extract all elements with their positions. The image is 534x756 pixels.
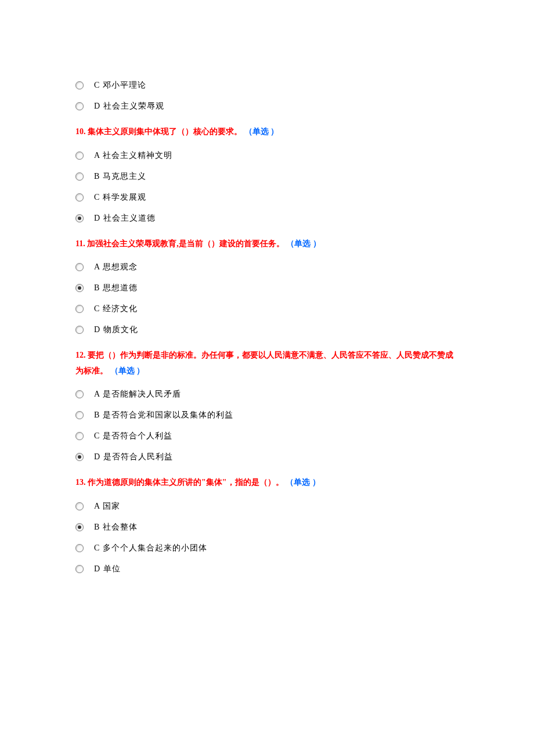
radio-icon[interactable]	[75, 411, 84, 419]
option-text: D 物质文化	[94, 325, 138, 335]
option-row: C 科学发展观	[75, 192, 459, 203]
question-number: 13.	[75, 478, 86, 487]
option-row: B 是否符合党和国家以及集体的利益	[75, 410, 459, 420]
option-row: A 社会主义精神文明	[75, 150, 459, 161]
option-text: A 思想观念	[94, 262, 138, 272]
option-row: D 是否符合人民利益	[75, 452, 459, 462]
radio-icon[interactable]	[75, 81, 84, 89]
radio-icon[interactable]	[75, 544, 84, 552]
option-text: A 国家	[94, 501, 120, 512]
option-row: C 经济文化	[75, 304, 459, 314]
option-row: D 物质文化	[75, 325, 459, 335]
question-type: （单选 ）	[286, 239, 321, 248]
option-text: C 经济文化	[94, 304, 138, 314]
question-text: 集体主义原则集中体现了（）核心的要求。	[88, 127, 242, 136]
radio-icon[interactable]	[75, 502, 84, 510]
option-row: B 社会整体	[75, 522, 459, 532]
page-content: C 邓小平理论 D 社会主义荣辱观 10. 集体主义原则集中体现了（）核心的要求…	[0, 0, 534, 620]
question-10: 10. 集体主义原则集中体现了（）核心的要求。 （单选 ）	[75, 124, 459, 140]
option-text: D 是否符合人民利益	[94, 452, 173, 462]
radio-icon[interactable]	[75, 305, 84, 313]
option-row: C 多个个人集合起来的小团体	[75, 543, 459, 553]
radio-icon[interactable]	[75, 432, 84, 440]
radio-icon[interactable]	[75, 453, 84, 461]
radio-icon[interactable]	[75, 523, 84, 531]
option-text: B 马克思主义	[94, 171, 146, 182]
question-number: 10.	[75, 127, 86, 136]
radio-icon[interactable]	[75, 284, 84, 292]
option-text: D 社会主义道德	[94, 213, 156, 224]
option-row: D 社会主义道德	[75, 213, 459, 224]
option-text: D 社会主义荣辱观	[94, 101, 164, 111]
option-row: B 马克思主义	[75, 171, 459, 182]
option-row: B 思想道德	[75, 283, 459, 293]
option-text: A 是否能解决人民矛盾	[94, 389, 181, 399]
option-row: C 邓小平理论	[75, 80, 459, 91]
option-text: B 社会整体	[94, 522, 138, 532]
option-row: D 社会主义荣辱观	[75, 101, 459, 111]
question-11: 11. 加强社会主义荣辱观教育,是当前（）建设的首要任务。 （单选 ）	[75, 236, 459, 252]
option-row: C 是否符合个人利益	[75, 431, 459, 441]
option-row: A 是否能解决人民矛盾	[75, 389, 459, 399]
option-row: D 单位	[75, 564, 459, 574]
question-text: 加强社会主义荣辱观教育,是当前（）建设的首要任务。	[87, 239, 284, 248]
radio-icon[interactable]	[75, 172, 84, 181]
option-text: C 多个个人集合起来的小团体	[94, 543, 207, 553]
radio-icon[interactable]	[75, 390, 84, 398]
radio-icon[interactable]	[75, 152, 84, 160]
option-row: A 思想观念	[75, 262, 459, 272]
option-text: A 社会主义精神文明	[94, 150, 172, 161]
orphan-options: C 邓小平理论 D 社会主义荣辱观	[75, 80, 459, 111]
radio-icon[interactable]	[75, 565, 84, 573]
radio-icon[interactable]	[75, 263, 84, 271]
radio-icon[interactable]	[75, 193, 84, 201]
question-type: （单选 ）	[286, 478, 320, 487]
option-text: C 是否符合个人利益	[94, 431, 172, 441]
question-12: 12. 要把（）作为判断是非的标准。办任何事，都要以人民满意不满意、人民答应不答…	[75, 348, 459, 379]
question-text: 作为道德原则的集体主义所讲的"集体"，指的是（）。	[88, 478, 284, 487]
option-text: B 思想道德	[94, 283, 138, 293]
option-text: D 单位	[94, 564, 121, 574]
question-13: 13. 作为道德原则的集体主义所讲的"集体"，指的是（）。 （单选 ）	[75, 475, 459, 491]
option-text: B 是否符合党和国家以及集体的利益	[94, 410, 233, 420]
option-row: A 国家	[75, 501, 459, 512]
question-number: 11.	[75, 239, 85, 248]
option-text: C 邓小平理论	[94, 80, 146, 91]
question-type: （单选 ）	[110, 366, 145, 375]
radio-icon[interactable]	[75, 102, 84, 110]
question-number: 12.	[75, 351, 86, 359]
option-text: C 科学发展观	[94, 192, 146, 203]
question-type: （单选 ）	[244, 127, 279, 136]
radio-icon[interactable]	[75, 214, 84, 222]
radio-icon[interactable]	[75, 326, 84, 334]
